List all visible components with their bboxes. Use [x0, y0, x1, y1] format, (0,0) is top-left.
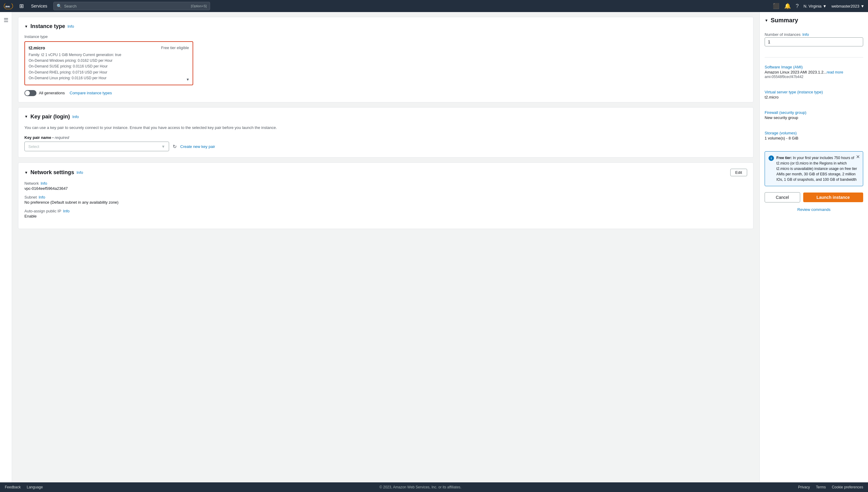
detail-line-4: On-Demand RHEL pricing: 0.0716 USD per H… [29, 70, 189, 75]
instance-type-title: Instance type [30, 23, 65, 29]
subnet-label: Subnet Info [24, 195, 747, 199]
instance-type-details: Family: t2 1 vCPU 1 GiB Memory Current g… [29, 52, 189, 81]
ami-read-more[interactable]: read more [827, 70, 843, 74]
network-settings-card: ▼ Network settings Info Edit Network Inf… [18, 163, 753, 229]
virtual-server-value: t2.micro [765, 95, 863, 99]
storage-value: 1 volume(s) - 8 GiB [765, 136, 863, 140]
network-field-network: Network Info vpc-0164eef5964a23647 [24, 181, 747, 191]
hamburger-icon[interactable]: ☰ [4, 17, 8, 24]
auto-assign-value: Enable [24, 214, 747, 218]
key-pair-collapse[interactable]: ▼ [24, 115, 28, 119]
key-pair-dropdown-arrow: ▼ [161, 144, 165, 149]
summary-instances-info[interactable]: Info [802, 32, 809, 37]
instance-type-selector[interactable]: t2.micro Free tier eligible Family: t2 1… [24, 41, 193, 85]
key-pair-select[interactable]: Select ▼ [24, 142, 169, 151]
network-header: ▼ Network settings Info Edit [24, 169, 747, 176]
review-commands-link[interactable]: Review commands [765, 207, 863, 212]
summary-storage-field: Storage (volumes) 1 volume(s) - 8 GiB [765, 131, 863, 144]
action-buttons: Cancel Launch instance [765, 192, 863, 202]
free-tier-badge: Free tier eligible [161, 46, 189, 50]
auto-assign-label: Auto-assign public IP Info [24, 209, 747, 213]
key-pair-placeholder: Select [28, 144, 39, 149]
page-wrapper: ☰ ▼ Instance type Info Instance type t2.… [0, 12, 868, 482]
ami-link[interactable]: Software Image (AMI) [765, 65, 863, 69]
network-edit-button[interactable]: Edit [730, 169, 747, 176]
virtual-server-link[interactable]: Virtual server type (instance type) [765, 90, 863, 94]
close-free-tier-notice-button[interactable]: ✕ [856, 154, 860, 160]
subnet-info[interactable]: Info [39, 195, 45, 199]
grid-icon[interactable]: ⊞ [18, 1, 25, 10]
storage-link[interactable]: Storage (volumes) [765, 131, 863, 135]
key-pair-card: ▼ Key pair (login) Info You can use a ke… [18, 107, 753, 158]
search-shortcut: [Option+S] [191, 4, 207, 8]
detail-line-2: On-Demand Windows pricing: 0.0162 USD pe… [29, 58, 189, 64]
services-menu[interactable]: Services [29, 2, 50, 10]
all-generations-toggle[interactable] [24, 90, 37, 96]
summary-instance-type-field: Virtual server type (instance type) t2.m… [765, 90, 863, 103]
instance-type-card: ▼ Instance type Info Instance type t2.mi… [18, 17, 753, 102]
free-tier-notice: i Free tier: In your first year includes… [765, 151, 863, 186]
network-value: vpc-0164eef5964a23647 [24, 186, 747, 191]
network-field-info[interactable]: Info [41, 181, 47, 186]
create-key-pair-link[interactable]: Create new key pair [180, 144, 215, 149]
instance-controls: All generations Compare instance types [24, 90, 747, 96]
compare-instance-types-link[interactable]: Compare instance types [70, 91, 112, 95]
network-title-group: ▼ Network settings Info [24, 169, 83, 176]
cloud-shell-icon[interactable]: ⬛ [773, 3, 779, 9]
network-info[interactable]: Info [76, 170, 83, 175]
ami-id: ami-05548f9cecf47b442 [765, 75, 803, 79]
user-menu[interactable]: webmaster2023 ▼ [831, 4, 864, 8]
firewall-link[interactable]: Firewall (security group) [765, 110, 863, 115]
instance-type-collapse[interactable]: ▼ [24, 24, 28, 29]
search-input[interactable] [64, 4, 189, 8]
refresh-key-pairs-button[interactable]: ↻ [173, 144, 177, 149]
network-title: Network settings [30, 169, 74, 176]
free-tier-info-icon: i [769, 155, 774, 161]
help-icon[interactable]: ? [796, 3, 799, 9]
summary-instances-label: Number of instances Info [765, 32, 863, 37]
free-tier-notice-header: i Free tier: In your first year includes… [769, 155, 859, 182]
instance-type-info[interactable]: Info [68, 24, 74, 29]
main-content: ▼ Instance type Info Instance type t2.mi… [12, 12, 760, 482]
instances-count-input[interactable] [765, 38, 863, 46]
sidebar-toggle[interactable]: ☰ [0, 12, 12, 482]
cancel-button[interactable]: Cancel [765, 192, 800, 202]
aws-logo[interactable] [4, 1, 15, 11]
network-collapse[interactable]: ▼ [24, 171, 28, 175]
instance-type-box-header: t2.micro Free tier eligible [29, 46, 189, 50]
network-field-subnet: Subnet Info No preference (Default subne… [24, 195, 747, 204]
summary-title: ▼ Summary [765, 17, 863, 24]
all-generations-toggle-wrapper: All generations [24, 90, 65, 96]
key-pair-field-label: Key pair name - required [24, 135, 747, 140]
summary-collapse[interactable]: ▼ [765, 18, 768, 23]
instance-type-section-label: Instance type [24, 34, 747, 39]
search-icon: 🔍 [57, 4, 62, 8]
key-pair-header: ▼ Key pair (login) Info [24, 114, 747, 120]
subnet-value: No preference (Default subnet in any ava… [24, 200, 747, 204]
instance-type-header: ▼ Instance type Info [24, 23, 747, 29]
region-selector[interactable]: N. Virginia ▼ [803, 4, 827, 8]
key-pair-select-row: Select ▼ ↻ Create new key pair [24, 142, 747, 151]
summary-firewall-field: Firewall (security group) New security g… [765, 110, 863, 124]
summary-instances-field: Number of instances Info [765, 32, 863, 46]
key-pair-title: Key pair (login) [30, 114, 70, 120]
ami-value: Amazon Linux 2023 AMI 2023.1.2...read mo… [765, 70, 863, 79]
nav-right: ⬛ 🔔 ? N. Virginia ▼ webmaster2023 ▼ [773, 3, 864, 9]
detail-line-3: On-Demand SUSE pricing: 0.0116 USD per H… [29, 64, 189, 69]
search-bar[interactable]: 🔍 [Option+S] [53, 2, 210, 10]
detail-line-1: Family: t2 1 vCPU 1 GiB Memory Current g… [29, 52, 189, 58]
network-label: Network Info [24, 181, 747, 186]
auto-assign-info[interactable]: Info [63, 209, 70, 213]
instance-type-name: t2.micro [29, 46, 45, 50]
launch-instance-button[interactable]: Launch instance [803, 193, 863, 202]
all-generations-label: All generations [39, 91, 65, 95]
firewall-value: New security group [765, 115, 863, 120]
network-field-auto-assign: Auto-assign public IP Info Enable [24, 209, 747, 218]
key-pair-info[interactable]: Info [72, 115, 79, 119]
summary-ami-field: Software Image (AMI) Amazon Linux 2023 A… [765, 65, 863, 82]
bell-icon[interactable]: 🔔 [784, 3, 791, 9]
detail-line-5: On-Demand Linux pricing: 0.0116 USD per … [29, 75, 189, 81]
summary-panel: ▼ Summary Number of instances Info Softw… [760, 12, 868, 482]
free-tier-text: Free tier: In your first year includes 7… [776, 155, 859, 182]
instance-type-dropdown-arrow: ▼ [186, 77, 190, 82]
